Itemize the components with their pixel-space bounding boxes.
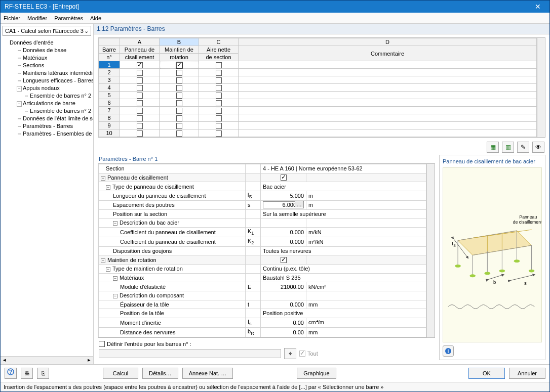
preview-button[interactable]: ⎘ [37,368,49,379]
cell-d[interactable] [239,114,537,122]
cell-b[interactable] [160,122,199,129]
tree-appuis-sub[interactable]: ⋯Ensemble de barres n° 2 - C [3,92,92,100]
tree-maintiens[interactable]: ⋯Maintiens latéraux intermédiaires [3,69,92,77]
tree-root[interactable]: Données d'entrée [3,39,92,47]
tree-param-ens[interactable]: ⋯Paramètres - Ensembles de bar [3,130,92,138]
cell-d[interactable] [239,92,537,99]
cell-a[interactable] [120,122,160,129]
cell-c[interactable] [199,114,239,122]
cell-a[interactable] [120,107,160,114]
cell-c[interactable] [199,61,239,69]
details-button[interactable]: Détails… [142,368,178,379]
prop-k2-val[interactable]: 0.000 [261,237,306,246]
members-grid[interactable]: A B C D Barre Panneau de Maintien de Air… [98,37,537,138]
prop-k1-val[interactable]: 0.000 [261,227,306,237]
row-num[interactable]: 5 [99,92,120,99]
calcul-button[interactable]: Calcul [103,368,138,379]
prop-desc-comp[interactable]: −Description du composant [99,291,246,300]
cell-c[interactable] [199,84,239,92]
hscroll-right-icon[interactable]: ▸ [85,357,93,364]
tree-articulations-sub[interactable]: ⋯Ensemble de barres n° 2 - C [3,107,92,115]
tree-materials[interactable]: ⋯Matériaux [3,54,92,62]
row-num[interactable]: 3 [99,76,120,84]
cell-a[interactable] [120,61,160,69]
nav-tree[interactable]: Données d'entrée ⋯Données de base ⋯Matér… [1,38,93,356]
hscroll-left-icon[interactable]: ◂ [1,357,9,364]
row-num[interactable]: 6 [99,99,120,107]
define-checkbox[interactable] [99,341,105,347]
row-num[interactable]: 4 [99,84,120,92]
cell-d[interactable] [239,84,537,92]
prop-long-pc-val[interactable]: 5.000 [261,191,306,200]
col-D[interactable]: D [239,38,537,46]
cell-b[interactable] [160,92,199,99]
cell-d[interactable] [239,61,537,69]
prop-esp-val[interactable]: 6.000 [261,200,306,209]
row-num[interactable]: 9 [99,122,120,129]
tree-articulations[interactable]: −Articulations de barre [3,100,92,107]
row-num[interactable]: 2 [99,69,120,76]
tree-longueurs[interactable]: ⋯Longueurs efficaces - Barres [3,77,92,84]
tree-param-barres[interactable]: ⋯Paramètres - Barres [3,122,92,130]
pick-icon[interactable]: ✎ [517,142,529,153]
cell-c[interactable] [199,129,239,137]
menu-params[interactable]: Paramètres [54,15,83,21]
prop-type-pc[interactable]: −Type de panneau de cisaillement [99,182,246,191]
close-icon[interactable]: ✕ [530,3,545,11]
cell-d[interactable] [239,107,537,114]
cell-c[interactable] [199,92,239,99]
cell-d[interactable] [239,99,537,107]
cell-b[interactable] [160,107,199,114]
row-num[interactable]: 7 [99,107,120,114]
prop-mat-val[interactable]: Baustahl S 235 [261,273,426,282]
cell-b[interactable] [160,114,199,122]
import-excel-icon[interactable]: ▥ [502,142,514,153]
prop-scrollbar[interactable] [426,164,435,337]
tree-base[interactable]: ⋯Données de base [3,47,92,54]
cell-c[interactable] [199,107,239,114]
prop-mat[interactable]: −Matériaux [99,273,246,282]
grid-scrollbar[interactable] [537,37,545,138]
cell-c[interactable] [199,122,239,129]
graphique-button[interactable]: Graphique [297,368,336,379]
cell-a[interactable] [120,84,160,92]
cell-b[interactable] [160,61,199,69]
define-for-bars[interactable]: Définir l'entrée pour les barres n° : [99,341,191,347]
prop-dist-nerv-val[interactable]: 0.00 [261,327,306,337]
prop-moment-val[interactable]: 0.00 [261,318,306,327]
cell-a[interactable] [120,69,160,76]
col-A[interactable]: A [120,38,160,46]
prop-disp-gouj-val[interactable]: Toutes les nervures [261,246,426,255]
prop-section-value[interactable]: 4 - HE A 160 | Norme européenne 53-62 [261,164,426,173]
tree-appuis[interactable]: −Appuis nodaux [3,84,92,92]
cell-b[interactable] [160,129,199,137]
menu-help[interactable]: Aide [90,15,101,21]
print-button[interactable]: 🖶 [21,368,33,379]
cell-a[interactable] [120,129,160,137]
row-num[interactable]: 10 [99,129,120,137]
cell-d[interactable] [239,69,537,76]
cell-d[interactable] [239,122,537,129]
prop-pos-val[interactable]: Sur la semelle supérieure [261,209,426,219]
cell-b[interactable] [160,99,199,107]
cell-b[interactable] [160,76,199,84]
menu-file[interactable]: Fichier [4,15,20,21]
cell-c[interactable] [199,99,239,107]
define-bars-input[interactable] [99,349,281,358]
prop-mod-e-val[interactable]: 21000.00 [261,282,306,291]
cell-a[interactable] [120,99,160,107]
prop-type-mr-val[interactable]: Continu (p.ex. tôle) [261,265,426,274]
prop-desc-bac[interactable]: −Description du bac acier [99,219,246,228]
checkbox-panneau[interactable] [281,175,287,181]
annexe-button[interactable]: Annexe Nat. … [182,368,233,379]
cell-d[interactable] [239,129,537,137]
cell-c[interactable] [199,76,239,84]
export-excel-icon[interactable]: ▦ [487,142,499,153]
tree-sections[interactable]: ⋯Sections [3,62,92,69]
menu-edit[interactable]: Modifier [27,15,47,21]
cell-a[interactable] [120,92,160,99]
cell-b[interactable] [160,69,199,76]
prop-type-mr[interactable]: −Type de maintien de rotation [99,265,246,274]
tout-checkbox[interactable] [299,351,305,357]
cell-c[interactable] [199,69,239,76]
